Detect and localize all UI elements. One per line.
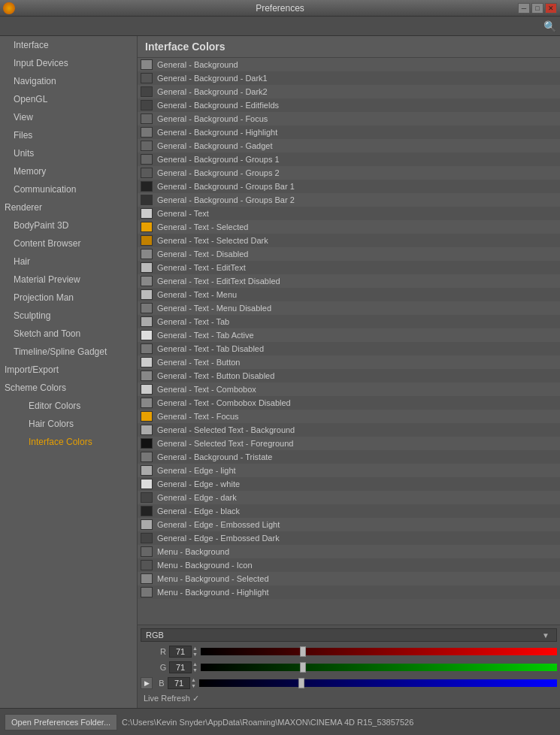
- sidebar-item-renderer[interactable]: Renderer: [0, 198, 137, 216]
- channel-value-r[interactable]: [169, 646, 192, 658]
- color-row[interactable]: General - Text - Selected Dark: [138, 234, 560, 247]
- color-swatch: [141, 398, 153, 408]
- color-row[interactable]: General - Background - Editfields: [138, 98, 560, 112]
- color-row[interactable]: General - Text - Selected: [138, 220, 560, 234]
- color-row[interactable]: General - Text - Tab Disabled: [138, 342, 560, 355]
- color-label: Menu - Background - Selected: [157, 574, 269, 583]
- color-row[interactable]: General - Edge - black: [138, 504, 560, 518]
- color-row[interactable]: General - Edge - white: [138, 477, 560, 491]
- decrement-button[interactable]: ▼: [191, 683, 196, 689]
- sidebar-item-interface[interactable]: Interface: [0, 36, 137, 54]
- color-row[interactable]: General - Background - Dark1: [138, 71, 560, 85]
- color-swatch: [141, 465, 153, 476]
- color-swatch: [141, 127, 153, 138]
- color-row[interactable]: General - Edge - light: [138, 464, 560, 477]
- sidebar-item-timeline-spline[interactable]: Timeline/Spline Gadget: [0, 343, 137, 361]
- channel-value-b[interactable]: [168, 677, 190, 689]
- slider-thumb[interactable]: [300, 662, 306, 673]
- sidebar-item-projection-man[interactable]: Projection Man: [0, 289, 137, 307]
- color-row[interactable]: General - Background - Dark2: [138, 85, 560, 98]
- color-row[interactable]: General - Background - Groups 2: [138, 166, 560, 180]
- color-label: General - Text - Combobox Disabled: [157, 398, 291, 407]
- color-row[interactable]: General - Edge - Embossed Light: [138, 518, 560, 531]
- color-mode-dropdown[interactable]: RGBHSVHSLHEX: [141, 628, 557, 642]
- color-row[interactable]: General - Selected Text - Background: [138, 423, 560, 437]
- sidebar-item-scheme-colors[interactable]: Scheme Colors: [0, 379, 137, 397]
- color-row[interactable]: General - Text - Button: [138, 355, 560, 369]
- color-label: General - Edge - dark: [157, 493, 237, 502]
- color-row[interactable]: Menu - Background: [138, 545, 560, 558]
- color-row[interactable]: Menu - Background - Icon: [138, 558, 560, 572]
- close-button[interactable]: ✕: [545, 3, 557, 14]
- sidebar-item-interface-colors[interactable]: Interface Colors: [0, 433, 137, 451]
- color-row[interactable]: General - Edge - dark: [138, 491, 560, 504]
- color-row[interactable]: General - Background - Groups Bar 1: [138, 180, 560, 193]
- sidebar-item-sculpting[interactable]: Sculpting: [0, 307, 137, 325]
- color-row[interactable]: General - Text - Tab Active: [138, 328, 560, 342]
- open-preferences-button[interactable]: Open Preferences Folder...: [5, 714, 117, 730]
- color-row[interactable]: General - Text - Menu Disabled: [138, 301, 560, 315]
- color-row[interactable]: General - Background - Highlight: [138, 126, 560, 139]
- sidebar-item-hair[interactable]: Hair: [0, 253, 137, 271]
- increment-button[interactable]: ▲: [192, 646, 198, 652]
- color-row[interactable]: General - Text - Combobox Disabled: [138, 396, 560, 410]
- sidebar-item-units[interactable]: Units: [0, 144, 137, 162]
- color-row[interactable]: General - Background - Groups Bar 2: [138, 193, 560, 207]
- color-row[interactable]: General - Text: [138, 207, 560, 220]
- slider-thumb[interactable]: [298, 678, 304, 688]
- increment-button[interactable]: ▲: [192, 661, 198, 667]
- color-swatch: [141, 235, 153, 246]
- play-button[interactable]: ▶: [141, 677, 153, 689]
- sidebar-item-import-export[interactable]: Import/Export: [0, 361, 137, 379]
- color-row[interactable]: General - Text - Menu: [138, 288, 560, 301]
- sidebar-item-opengl[interactable]: OpenGL: [0, 90, 137, 108]
- color-row[interactable]: General - Edge - Embossed Dark: [138, 531, 560, 545]
- sidebar-item-bodypaint3d[interactable]: BodyPaint 3D: [0, 216, 137, 234]
- slider-track: [201, 648, 557, 655]
- sidebar-item-material-preview[interactable]: Material Preview: [0, 271, 137, 289]
- sidebar-item-input-devices[interactable]: Input Devices: [0, 54, 137, 72]
- color-row[interactable]: General - Background: [138, 58, 560, 71]
- color-row[interactable]: General - Background - Tristate: [138, 450, 560, 464]
- channel-arrows-b: ▲▼: [191, 677, 196, 689]
- sidebar-item-editor-colors[interactable]: Editor Colors: [0, 397, 137, 415]
- sidebar: InterfaceInput DevicesNavigationOpenGLVi…: [0, 36, 138, 708]
- color-row[interactable]: General - Text - EditText Disabled: [138, 274, 560, 288]
- color-row[interactable]: General - Background - Gadget: [138, 139, 560, 153]
- sidebar-item-sketch-and-toon[interactable]: Sketch and Toon: [0, 325, 137, 343]
- slider-track: [201, 664, 557, 671]
- decrement-button[interactable]: ▼: [192, 667, 198, 673]
- slider-thumb[interactable]: [300, 646, 306, 657]
- channel-label-b: B: [156, 679, 168, 688]
- color-row[interactable]: General - Text - EditText: [138, 261, 560, 274]
- color-row[interactable]: General - Selected Text - Foreground: [138, 437, 560, 450]
- search-icon[interactable]: 🔍: [542, 19, 557, 34]
- sidebar-item-files[interactable]: Files: [0, 126, 137, 144]
- color-row[interactable]: Menu - Background - Highlight: [138, 585, 560, 599]
- channel-arrows-r: ▲▼: [192, 646, 198, 658]
- maximize-button[interactable]: □: [531, 3, 543, 14]
- color-row[interactable]: Menu - Background - Selected: [138, 572, 560, 585]
- sidebar-item-view[interactable]: View: [0, 108, 137, 126]
- color-row[interactable]: General - Text - Combobox: [138, 383, 560, 396]
- channel-row-r: R▲▼: [141, 645, 557, 658]
- channel-slider-r[interactable]: [201, 646, 557, 657]
- sidebar-item-communication[interactable]: Communication: [0, 180, 137, 198]
- color-swatch: [141, 425, 153, 435]
- color-row[interactable]: General - Background - Groups 1: [138, 153, 560, 166]
- minimize-button[interactable]: ─: [518, 3, 530, 14]
- decrement-button[interactable]: ▼: [192, 652, 198, 658]
- sidebar-item-content-browser[interactable]: Content Browser: [0, 234, 137, 253]
- color-row[interactable]: General - Text - Button Disabled: [138, 369, 560, 383]
- channel-slider-b[interactable]: [199, 678, 557, 688]
- channel-value-g[interactable]: [169, 661, 192, 673]
- color-row[interactable]: General - Text - Tab: [138, 315, 560, 328]
- increment-button[interactable]: ▲: [191, 677, 196, 683]
- color-row[interactable]: General - Text - Disabled: [138, 247, 560, 261]
- color-row[interactable]: General - Background - Focus: [138, 112, 560, 126]
- sidebar-item-navigation[interactable]: Navigation: [0, 72, 137, 90]
- color-row[interactable]: General - Text - Focus: [138, 410, 560, 423]
- sidebar-item-memory[interactable]: Memory: [0, 162, 137, 180]
- sidebar-item-hair-colors[interactable]: Hair Colors: [0, 415, 137, 433]
- channel-slider-g[interactable]: [201, 662, 557, 673]
